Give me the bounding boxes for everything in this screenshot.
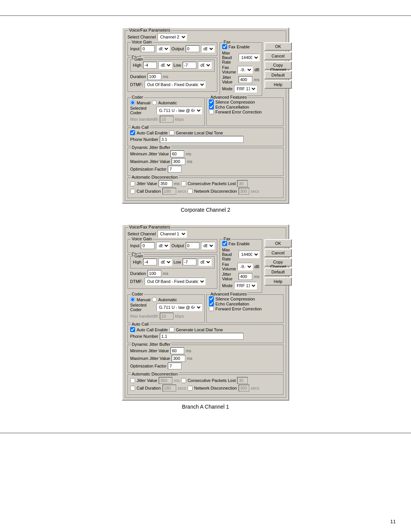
fec-check-2[interactable] (209, 306, 214, 311)
adv-features-label-1: Advanced Features (210, 95, 247, 99)
input-db-select-1[interactable]: dB (156, 45, 170, 53)
jitter-value-2[interactable] (239, 273, 252, 280)
call-dur-check-2[interactable] (130, 386, 135, 391)
copy-channel-button-2[interactable]: Copy Channel (264, 258, 292, 267)
max-baud-select-1[interactable]: 14400 (239, 54, 260, 61)
network-disc-check-1[interactable] (188, 189, 193, 194)
coder-adv-row-2: Coder Manual Automatic Selected Coder G.… (127, 294, 284, 323)
fax-volume-unit-2: dB (254, 264, 259, 269)
fax-volume-unit-1: dB (254, 67, 259, 72)
cancel-button-1[interactable]: Cancel (264, 52, 292, 60)
dialog1-box: Voice/Fax Parameters Select Channel Chan… (122, 27, 289, 204)
output-value-1[interactable]: 0 (186, 45, 199, 52)
phone-number-input-1[interactable] (160, 136, 244, 143)
help-button-1[interactable]: Help (264, 80, 292, 89)
fax-volume-select-2[interactable]: -9.5 (237, 263, 253, 270)
automatic-radio-2[interactable] (152, 297, 157, 302)
selected-coder-select-1[interactable]: G.711 U - law @ 64 kbp (156, 107, 202, 114)
phone-number-input-2[interactable] (160, 333, 244, 340)
auto-call-enable-check-1[interactable] (130, 130, 135, 135)
network-disc-check-2[interactable] (188, 386, 193, 391)
fec-label-2: Forward Error Correction (215, 307, 262, 311)
silence-compression-check-1[interactable] (209, 99, 214, 104)
manual-label-2: Manual (137, 297, 150, 302)
duration-value-1[interactable] (148, 73, 161, 80)
dtmf-high-value-2[interactable] (143, 259, 157, 265)
gen-local-dial-check-2[interactable] (169, 327, 174, 332)
mode-select-1[interactable]: FRF 11 (234, 85, 257, 93)
fax-enable-check-2[interactable] (222, 241, 227, 246)
auto-call-enable-label-1: Auto Call Enable (137, 131, 168, 135)
call-dur-check-1[interactable] (130, 189, 135, 194)
opt-factor-value-2[interactable] (168, 363, 182, 369)
network-disc-value-1 (239, 188, 249, 195)
mode-select-2[interactable]: FRF 11 (234, 282, 257, 289)
jitter-disc-check-1[interactable] (130, 181, 135, 186)
call-dur-unit-2: secs (178, 386, 186, 390)
min-jitter-unit-2: ms (186, 348, 191, 353)
min-jitter-value-1[interactable] (170, 150, 184, 157)
max-bandwidth-value-1 (160, 116, 174, 123)
silence-compression-check-2[interactable] (209, 296, 214, 301)
max-jitter-value-2[interactable] (172, 355, 185, 362)
fax-enable-check-1[interactable] (222, 44, 227, 49)
input-value-2[interactable] (141, 242, 155, 249)
consec-packets-check-1[interactable] (181, 181, 186, 186)
fax-section-1: Fax Fax Enable Max Baud Rate 14400 Fax V… (220, 42, 262, 96)
output-db-select-2[interactable]: dB (201, 242, 215, 249)
gen-local-dial-check-1[interactable] (169, 130, 174, 135)
voice-gain-label-1: Voice Gain (131, 40, 153, 44)
output-db-select-1[interactable]: dB (201, 45, 215, 53)
select-channel-2[interactable]: Channel 1 (158, 230, 187, 238)
dtmf-mode-select-1[interactable]: Out Of Band - Fixed Duration (145, 81, 206, 88)
cancel-button-2[interactable]: Cancel (264, 249, 292, 257)
input-value-1[interactable]: 0 (141, 45, 155, 52)
consec-packets-check-2[interactable] (181, 378, 186, 383)
ok-button-2[interactable]: OK (264, 239, 292, 248)
dialog2-title: Voice/Fax Parameters (128, 225, 171, 229)
dtmf-low-db-1[interactable]: dB (198, 61, 212, 69)
copy-channel-button-1[interactable]: Copy Channel (264, 61, 292, 70)
min-jitter-value-2[interactable] (170, 347, 184, 354)
help-button-2[interactable]: Help (264, 277, 292, 286)
jitter-disc-unit-2: ms (174, 378, 180, 383)
max-baud-select-2[interactable]: 14400 (239, 251, 260, 258)
dialog1-section: Voice/Fax Parameters Select Channel Chan… (122, 27, 289, 220)
default-button-2[interactable]: Default (264, 268, 292, 276)
select-channel-label-1: Select Channel (127, 35, 156, 39)
dtmf-high-value-1[interactable] (143, 62, 157, 69)
jitter-disc-check-2[interactable] (130, 378, 135, 383)
silence-compression-label-2: Silence Compression (215, 297, 255, 301)
dtmf-low-db-2[interactable]: dB (198, 258, 212, 266)
ok-button-1[interactable]: OK (264, 42, 292, 51)
dtmf-high-db-2[interactable]: dB (158, 258, 172, 266)
jitter-disc-value-1[interactable] (159, 180, 172, 187)
max-bandwidth-unit-2: kbps (175, 314, 184, 318)
max-jitter-value-1[interactable] (172, 158, 185, 165)
consec-packets-label-1: Consecutive Packets Lost (188, 181, 236, 186)
jitter-value-1[interactable] (239, 76, 252, 83)
echo-cancellation-check-2[interactable] (209, 301, 214, 306)
fec-check-1[interactable] (209, 109, 214, 114)
max-bandwidth-unit-1: kbps (175, 117, 184, 121)
selected-coder-select-2[interactable]: G.711 U - law @ 64 kbp (156, 304, 202, 311)
auto-call-enable-check-2[interactable] (130, 327, 135, 332)
select-channel-1[interactable]: Channel 2 (158, 33, 187, 41)
input-db-select-2[interactable]: dB (156, 242, 170, 249)
default-button-1[interactable]: Default (264, 71, 292, 79)
dtmf-high-db-1[interactable]: dB (158, 61, 172, 69)
manual-radio-1[interactable] (130, 100, 135, 105)
automatic-label-2: Automatic (158, 297, 177, 302)
fax-volume-select-1[interactable]: -9.5 (237, 66, 253, 73)
dtmf-mode-select-2[interactable]: Out Of Band - Fixed Duration (145, 278, 206, 285)
duration-value-2[interactable] (148, 270, 161, 277)
manual-radio-2[interactable] (130, 297, 135, 302)
output-value-2[interactable] (186, 242, 199, 249)
automatic-radio-1[interactable] (152, 100, 157, 105)
duration-label-2: Duration (130, 271, 146, 276)
opt-factor-value-1[interactable] (168, 166, 182, 173)
automatic-label-1: Automatic (158, 101, 177, 105)
echo-cancellation-check-1[interactable] (209, 104, 214, 109)
dtmf-low-value-1[interactable] (183, 62, 196, 69)
dtmf-low-value-2[interactable] (183, 259, 196, 265)
